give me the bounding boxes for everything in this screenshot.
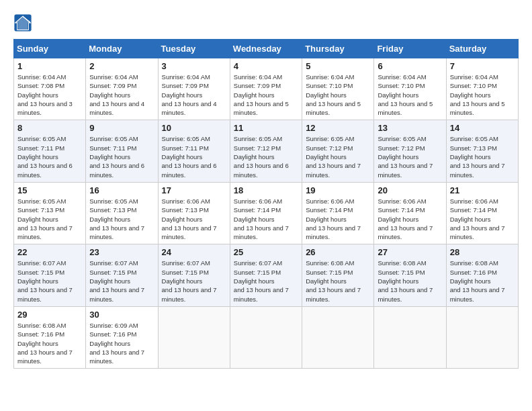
day-info: Sunrise: 6:04 AMSunset: 7:10 PMDaylight …: [378, 73, 442, 117]
table-row: [302, 306, 374, 368]
table-row: [374, 306, 446, 368]
day-number: 23: [89, 247, 154, 257]
table-row: 9Sunrise: 6:05 AMSunset: 7:11 PMDaylight…: [86, 120, 158, 182]
table-row: 16Sunrise: 6:05 AMSunset: 7:13 PMDayligh…: [86, 182, 158, 244]
day-info: Sunrise: 6:05 AMSunset: 7:11 PMDaylight …: [89, 134, 154, 179]
day-info: Sunrise: 6:08 AMSunset: 7:16 PMDaylight …: [17, 321, 82, 365]
day-info: Sunrise: 6:09 AMSunset: 7:16 PMDaylight …: [89, 321, 154, 365]
day-number: 22: [17, 247, 82, 257]
day-number: 27: [378, 247, 442, 257]
day-number: 6: [378, 61, 442, 71]
table-row: 15Sunrise: 6:05 AMSunset: 7:13 PMDayligh…: [14, 182, 86, 244]
day-info: Sunrise: 6:06 AMSunset: 7:14 PMDaylight …: [234, 197, 298, 241]
day-info: Sunrise: 6:04 AMSunset: 7:09 PMDaylight …: [234, 73, 298, 117]
day-info: Sunrise: 6:05 AMSunset: 7:12 PMDaylight …: [306, 134, 370, 179]
day-info: Sunrise: 6:05 AMSunset: 7:12 PMDaylight …: [234, 134, 298, 179]
table-row: 12Sunrise: 6:05 AMSunset: 7:12 PMDayligh…: [302, 120, 374, 182]
header-monday: Monday: [86, 40, 158, 58]
day-info: Sunrise: 6:05 AMSunset: 7:13 PMDaylight …: [17, 197, 82, 241]
table-row: 3Sunrise: 6:04 AMSunset: 7:09 PMDaylight…: [158, 58, 230, 120]
day-info: Sunrise: 6:05 AMSunset: 7:11 PMDaylight …: [162, 134, 226, 179]
table-row: 19Sunrise: 6:06 AMSunset: 7:14 PMDayligh…: [302, 182, 374, 244]
day-info: Sunrise: 6:05 AMSunset: 7:11 PMDaylight …: [17, 134, 82, 179]
table-row: 18Sunrise: 6:06 AMSunset: 7:14 PMDayligh…: [230, 182, 302, 244]
header: [13, 13, 519, 32]
day-number: 15: [17, 185, 82, 195]
table-row: 10Sunrise: 6:05 AMSunset: 7:11 PMDayligh…: [158, 120, 230, 182]
header-wednesday: Wednesday: [230, 40, 302, 58]
calendar-week-row: 8Sunrise: 6:05 AMSunset: 7:11 PMDaylight…: [14, 120, 519, 182]
day-info: Sunrise: 6:06 AMSunset: 7:14 PMDaylight …: [450, 197, 515, 241]
table-row: 24Sunrise: 6:07 AMSunset: 7:15 PMDayligh…: [158, 244, 230, 306]
table-row: [158, 306, 230, 368]
calendar-week-row: 22Sunrise: 6:07 AMSunset: 7:15 PMDayligh…: [14, 244, 519, 306]
table-row: 14Sunrise: 6:05 AMSunset: 7:13 PMDayligh…: [446, 120, 518, 182]
day-number: 11: [234, 123, 298, 133]
table-row: 4Sunrise: 6:04 AMSunset: 7:09 PMDaylight…: [230, 58, 302, 120]
table-row: 21Sunrise: 6:06 AMSunset: 7:14 PMDayligh…: [446, 182, 518, 244]
day-number: 28: [450, 247, 515, 257]
day-info: Sunrise: 6:08 AMSunset: 7:15 PMDaylight …: [306, 259, 370, 303]
header-thursday: Thursday: [302, 40, 374, 58]
header-sunday: Sunday: [14, 40, 86, 58]
day-number: 24: [162, 247, 226, 257]
day-number: 4: [234, 61, 298, 71]
day-number: 8: [17, 123, 82, 133]
table-row: 28Sunrise: 6:08 AMSunset: 7:16 PMDayligh…: [446, 244, 518, 306]
day-info: Sunrise: 6:07 AMSunset: 7:15 PMDaylight …: [234, 259, 298, 303]
day-number: 26: [306, 247, 370, 257]
day-number: 1: [17, 61, 82, 71]
calendar-week-row: 1Sunrise: 6:04 AMSunset: 7:08 PMDaylight…: [14, 58, 519, 120]
day-info: Sunrise: 6:05 AMSunset: 7:13 PMDaylight …: [450, 134, 515, 179]
day-number: 7: [450, 61, 515, 71]
day-number: 19: [306, 185, 370, 195]
day-number: 16: [89, 185, 154, 195]
header-friday: Friday: [374, 40, 446, 58]
table-row: 2Sunrise: 6:04 AMSunset: 7:09 PMDaylight…: [86, 58, 158, 120]
day-info: Sunrise: 6:04 AMSunset: 7:09 PMDaylight …: [89, 73, 154, 117]
day-number: 17: [162, 185, 226, 195]
header-tuesday: Tuesday: [158, 40, 230, 58]
table-row: 6Sunrise: 6:04 AMSunset: 7:10 PMDaylight…: [374, 58, 446, 120]
day-number: 21: [450, 185, 515, 195]
table-row: 30Sunrise: 6:09 AMSunset: 7:16 PMDayligh…: [86, 306, 158, 368]
day-info: Sunrise: 6:05 AMSunset: 7:12 PMDaylight …: [378, 134, 442, 179]
table-row: 29Sunrise: 6:08 AMSunset: 7:16 PMDayligh…: [14, 306, 86, 368]
day-info: Sunrise: 6:04 AMSunset: 7:09 PMDaylight …: [162, 73, 226, 117]
day-number: 13: [378, 123, 442, 133]
table-row: 22Sunrise: 6:07 AMSunset: 7:15 PMDayligh…: [14, 244, 86, 306]
day-info: Sunrise: 6:08 AMSunset: 7:15 PMDaylight …: [378, 259, 442, 303]
day-number: 29: [17, 310, 82, 320]
day-number: 12: [306, 123, 370, 133]
day-number: 3: [162, 61, 226, 71]
day-info: Sunrise: 6:06 AMSunset: 7:13 PMDaylight …: [162, 197, 226, 241]
day-number: 18: [234, 185, 298, 195]
table-row: 27Sunrise: 6:08 AMSunset: 7:15 PMDayligh…: [374, 244, 446, 306]
table-row: 7Sunrise: 6:04 AMSunset: 7:10 PMDaylight…: [446, 58, 518, 120]
day-info: Sunrise: 6:04 AMSunset: 7:10 PMDaylight …: [450, 73, 515, 117]
day-info: Sunrise: 6:07 AMSunset: 7:15 PMDaylight …: [17, 259, 82, 303]
day-info: Sunrise: 6:04 AMSunset: 7:10 PMDaylight …: [306, 73, 370, 117]
day-number: 14: [450, 123, 515, 133]
day-number: 2: [89, 61, 154, 71]
day-info: Sunrise: 6:06 AMSunset: 7:14 PMDaylight …: [378, 197, 442, 241]
general-blue-icon: [13, 13, 32, 32]
table-row: 17Sunrise: 6:06 AMSunset: 7:13 PMDayligh…: [158, 182, 230, 244]
table-row: 1Sunrise: 6:04 AMSunset: 7:08 PMDaylight…: [14, 58, 86, 120]
day-number: 30: [89, 310, 154, 320]
day-info: Sunrise: 6:08 AMSunset: 7:16 PMDaylight …: [450, 259, 515, 303]
calendar-week-row: 15Sunrise: 6:05 AMSunset: 7:13 PMDayligh…: [14, 182, 519, 244]
day-number: 10: [162, 123, 226, 133]
table-row: [230, 306, 302, 368]
day-info: Sunrise: 6:05 AMSunset: 7:13 PMDaylight …: [89, 197, 154, 241]
day-number: 25: [234, 247, 298, 257]
day-info: Sunrise: 6:04 AMSunset: 7:08 PMDaylight …: [17, 73, 82, 117]
table-row: [446, 306, 518, 368]
table-row: 26Sunrise: 6:08 AMSunset: 7:15 PMDayligh…: [302, 244, 374, 306]
day-info: Sunrise: 6:07 AMSunset: 7:15 PMDaylight …: [89, 259, 154, 303]
table-row: 8Sunrise: 6:05 AMSunset: 7:11 PMDaylight…: [14, 120, 86, 182]
days-header-row: Sunday Monday Tuesday Wednesday Thursday…: [14, 40, 519, 58]
day-number: 20: [378, 185, 442, 195]
day-number: 9: [89, 123, 154, 133]
calendar-week-row: 29Sunrise: 6:08 AMSunset: 7:16 PMDayligh…: [14, 306, 519, 368]
